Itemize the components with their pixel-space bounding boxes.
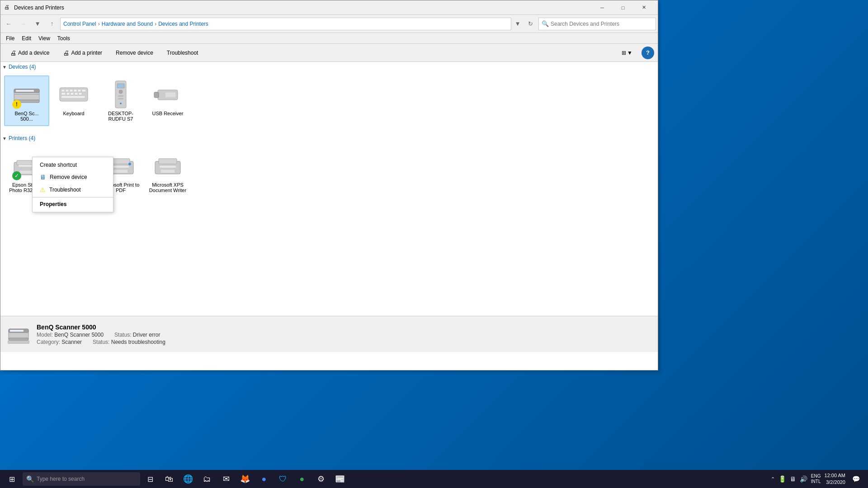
context-menu: Create shortcut 🖥 Remove device ⚠ Troubl… <box>32 157 113 212</box>
status-status2-value: Needs troubleshooting <box>111 339 165 345</box>
svg-rect-10 <box>78 89 81 92</box>
menu-file[interactable]: File <box>2 34 18 42</box>
explorer-button[interactable]: 🗂 <box>198 470 216 488</box>
svg-rect-26 <box>165 92 176 98</box>
devices-chevron: ▼ <box>2 65 7 70</box>
check-badge: ✓ <box>12 171 21 180</box>
add-printer-button[interactable]: 🖨 Add a printer <box>57 46 108 60</box>
status-details-row1: Model: BenQ Scanner 5000 Status: Driver … <box>37 332 165 338</box>
svg-rect-44 <box>160 166 176 168</box>
svg-rect-50 <box>8 341 29 343</box>
menu-view[interactable]: View <box>35 34 54 42</box>
context-menu-remove-device[interactable]: 🖥 Remove device <box>33 171 113 183</box>
properties-label: Properties <box>40 201 66 207</box>
svg-rect-9 <box>74 89 77 92</box>
settings-button[interactable]: ⚙ <box>312 470 330 488</box>
device-item-usb[interactable]: USB Receiver <box>145 75 190 126</box>
taskbar-search-icon: 🔍 <box>26 475 34 483</box>
svg-rect-16 <box>79 93 82 95</box>
keyboard-icon <box>59 85 88 103</box>
status-model-value: BenQ Scanner 5000 <box>54 332 104 338</box>
context-menu-create-shortcut[interactable]: Create shortcut <box>33 159 113 171</box>
device-item-xps[interactable]: Microsoft XPS Document Writer <box>145 147 190 197</box>
device-label-desktop: DESKTOP-RUDFU S7 <box>101 111 141 122</box>
firefox-button[interactable]: 🦊 <box>236 470 254 488</box>
context-menu-divider <box>33 197 113 197</box>
window-title: Devices and Printers <box>14 5 592 11</box>
help-button[interactable]: ? <box>642 47 654 59</box>
close-button[interactable]: ✕ <box>633 0 654 15</box>
security-button[interactable]: 🛡 <box>274 470 292 488</box>
remove-device-label: Remove device <box>50 174 87 180</box>
status-status2-label: Status: Needs troubleshooting <box>93 339 165 345</box>
context-menu-properties[interactable]: Properties <box>33 198 113 210</box>
task-view-button[interactable]: ⊟ <box>141 470 159 488</box>
window-icon: 🖨 <box>4 4 11 11</box>
add-device-button[interactable]: 🖨 Add a device <box>4 46 55 60</box>
taskbar-search-placeholder: Type here to search <box>37 476 85 482</box>
device-icon-wrapper <box>153 80 182 109</box>
taskbar-time-display: 12:00 AM <box>825 472 845 479</box>
edge-button[interactable]: 🌐 <box>179 470 197 488</box>
desktop: 🖨 Devices and Printers ─ □ ✕ ← → ▼ ↑ Con… <box>0 0 868 488</box>
breadcrumb-part-3: Devices and Printers <box>158 21 208 27</box>
status-device-icon-wrapper <box>8 323 29 346</box>
recent-button[interactable]: ▼ <box>31 18 44 30</box>
mail-button[interactable]: ✉ <box>217 470 235 488</box>
menu-tools[interactable]: Tools <box>54 34 74 42</box>
store-button[interactable]: 🛍 <box>160 470 178 488</box>
address-dropdown-button[interactable]: ▼ <box>513 18 522 30</box>
status-details-row2: Category: Scanner Status: Needs troubles… <box>37 339 165 345</box>
svg-rect-11 <box>82 89 86 92</box>
svg-rect-8 <box>70 89 73 92</box>
main-window: 🖨 Devices and Printers ─ □ ✕ ← → ▼ ↑ Con… <box>0 0 658 371</box>
printers-chevron: ▼ <box>2 136 7 141</box>
device-label-usb: USB Receiver <box>152 111 183 116</box>
chrome2-button[interactable]: ● <box>293 470 311 488</box>
minimize-button[interactable]: ─ <box>592 0 613 15</box>
svg-rect-15 <box>75 93 78 95</box>
view-icon: ⊞ <box>622 50 626 56</box>
status-model-label: Model: BenQ Scanner 5000 <box>37 332 104 338</box>
status-bar: BenQ Scanner 5000 Model: BenQ Scanner 50… <box>0 316 658 352</box>
system-tray-arrow[interactable]: ⌃ <box>771 476 775 482</box>
remove-device-button[interactable]: Remove device <box>110 46 159 60</box>
svg-rect-13 <box>66 93 70 95</box>
svg-point-41 <box>128 163 131 165</box>
taskbar-search-bar[interactable]: 🔍 Type here to search <box>23 472 140 486</box>
view-options-button[interactable]: ⊞ ▼ <box>614 47 640 59</box>
back-button[interactable]: ← <box>2 18 15 30</box>
address-bar: ← → ▼ ↑ Control Panel › Hardware and Sou… <box>0 15 658 33</box>
maximize-button[interactable]: □ <box>613 0 633 15</box>
device-item-desktop[interactable]: DESKTOP-RUDFU S7 <box>98 75 143 126</box>
title-bar: 🖨 Devices and Printers ─ □ ✕ <box>0 0 658 15</box>
printers-section-header[interactable]: ▼ Printers (4) <box>0 133 658 143</box>
troubleshoot-button[interactable]: Troubleshoot <box>161 46 204 60</box>
news-button[interactable]: 📰 <box>331 470 349 488</box>
device-item-benq-scanner[interactable]: ! BenQ Sc...500... <box>4 75 49 126</box>
start-button[interactable]: ⊞ <box>2 470 22 488</box>
device-label-benq: BenQ Sc...500... <box>14 111 38 122</box>
printers-section-label: Printers (4) <box>9 135 35 141</box>
status-status-label: Status: Driver error <box>114 332 160 338</box>
breadcrumb[interactable]: Control Panel › Hardware and Sound › Dev… <box>60 18 511 30</box>
chrome-button[interactable]: ● <box>255 470 273 488</box>
context-menu-troubleshoot[interactable]: ⚠ Troubleshoot <box>33 183 113 196</box>
menu-edit[interactable]: Edit <box>18 34 35 42</box>
devices-section-label: Devices (4) <box>9 64 36 70</box>
svg-rect-38 <box>112 159 130 164</box>
search-input[interactable] <box>551 21 653 27</box>
devices-section-header[interactable]: ▼ Devices (4) <box>0 62 658 72</box>
search-icon: 🔍 <box>542 20 549 27</box>
svg-rect-22 <box>118 98 123 99</box>
refresh-button[interactable]: ↻ <box>524 18 537 30</box>
taskbar: ⊞ 🔍 Type here to search ⊟ 🛍 🌐 🗂 ✉ 🦊 ● 🛡 … <box>0 470 868 488</box>
device-label-keyboard: Keyboard <box>63 111 84 116</box>
tower-icon <box>112 80 130 109</box>
create-shortcut-label: Create shortcut <box>40 162 77 168</box>
notification-button[interactable]: 💬 <box>849 470 863 488</box>
taskbar-clock[interactable]: 12:00 AM 3/2/2020 <box>825 472 845 486</box>
forward-button[interactable]: → <box>17 18 29 30</box>
up-button[interactable]: ↑ <box>46 18 58 30</box>
device-item-keyboard[interactable]: Keyboard <box>51 75 96 126</box>
